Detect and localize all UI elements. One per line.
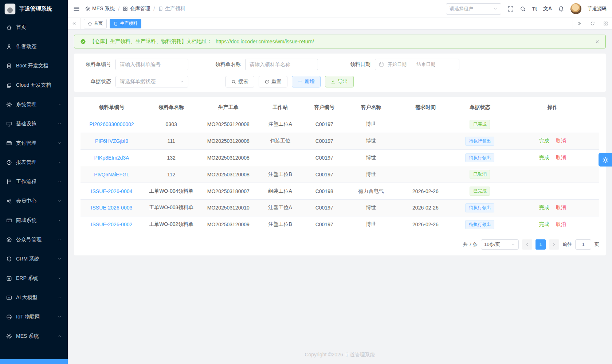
sidebar-item-label: 报表管理 xyxy=(16,159,36,166)
date-range-picker[interactable]: 开始日期 – 结束日期 xyxy=(375,59,459,70)
cancel-action-link[interactable]: 取消 xyxy=(556,138,566,144)
close-icon[interactable] xyxy=(595,39,600,44)
settings-button[interactable] xyxy=(599,153,612,167)
chevron-down-icon xyxy=(58,218,62,222)
table-row: PIvQ6NaiEFGL112MO202503120008注塑工位BC00197… xyxy=(81,166,599,183)
column-header: 领料单编号 xyxy=(81,99,143,116)
copyright: Copyright ©2026 芋道管理系统 xyxy=(68,352,612,358)
issue-code-link[interactable]: PIKp8EIm2d3A xyxy=(94,155,129,161)
sidebar-item-mp[interactable]: 公众号管理 xyxy=(0,230,68,249)
page-size-select[interactable]: 10条/页 xyxy=(481,239,519,250)
sidebar-item-pay[interactable]: 支付管理 xyxy=(0,133,68,153)
cell-work_order: MO202503120008 xyxy=(200,133,257,149)
refresh-icon[interactable] xyxy=(586,18,599,29)
sidebar-item-ai[interactable]: AIAI 大模型 xyxy=(0,288,68,307)
cell-customer_code: C00197 xyxy=(303,116,345,133)
cancel-action-link[interactable]: 取消 xyxy=(556,204,566,210)
status-badge: 已取消 xyxy=(470,170,490,179)
font-size-icon[interactable]: Tt xyxy=(532,6,537,12)
fullscreen-icon[interactable] xyxy=(507,6,514,12)
tab-home[interactable]: 首页 xyxy=(84,19,107,28)
tab-production-issue[interactable]: 生产领料 xyxy=(110,19,141,28)
cell-name: 132 xyxy=(143,149,200,166)
column-header: 单据状态 xyxy=(454,99,506,116)
sidebar-item-member[interactable]: 会员中心 xyxy=(0,191,68,211)
search-icon[interactable] xyxy=(520,6,526,12)
status-label: 单据状态 xyxy=(81,78,111,85)
tenant-select[interactable]: 请选择租户 xyxy=(446,3,501,15)
chevron-down-icon xyxy=(58,122,62,126)
complete-action-link[interactable]: 完成 xyxy=(539,204,549,210)
app-logo[interactable]: 芋道管理系统 xyxy=(0,0,68,17)
cell-actions: 完成取消 xyxy=(506,199,599,216)
doc-link[interactable]: https://doc.iocoder.cn/mes/wm/issue-retu… xyxy=(216,39,314,44)
issue-code-link[interactable]: PIF6HVZGjbf9 xyxy=(95,138,128,144)
issue-code-input[interactable] xyxy=(115,59,188,70)
bell-icon[interactable] xyxy=(558,6,564,12)
sidebar-active-submenu-peek[interactable] xyxy=(0,359,68,364)
prev-page-button[interactable] xyxy=(522,239,532,250)
issue-code-link[interactable]: ISSUE-2026-0002 xyxy=(91,222,133,227)
sidebar-item-home[interactable]: 首页 xyxy=(0,17,68,37)
translate-icon[interactable]: 文A xyxy=(543,5,552,12)
export-button[interactable]: 导出 xyxy=(325,76,354,87)
cell-demand_time: 2026-02-26 xyxy=(397,183,454,200)
complete-action-link[interactable]: 完成 xyxy=(539,138,549,144)
start-date-placeholder: 开始日期 xyxy=(388,61,407,68)
issue-code-link[interactable]: PI20260330000002 xyxy=(89,121,134,127)
goto-page-input[interactable] xyxy=(575,239,591,250)
tabs-scroll-left-icon[interactable] xyxy=(68,18,81,29)
sidebar-item-label: 首页 xyxy=(16,24,26,31)
cell-name: 工单WO-003领料单 xyxy=(143,199,200,216)
cell-demand_time xyxy=(397,166,454,183)
home-icon xyxy=(88,21,92,26)
cell-actions xyxy=(506,183,599,200)
sidebar-item-cloud-doc[interactable]: Cloud 开发文档 xyxy=(0,75,68,95)
grid-menu-icon[interactable] xyxy=(599,18,612,29)
sidebar-item-label: 系统管理 xyxy=(16,101,36,108)
issue-code-link[interactable]: PIvQ6NaiEFGL xyxy=(94,172,129,177)
sidebar-item-report[interactable]: 报表管理 xyxy=(0,153,68,172)
reset-button[interactable]: 重置 xyxy=(259,76,287,87)
cancel-action-link[interactable]: 取消 xyxy=(556,221,566,227)
next-page-button[interactable] xyxy=(549,239,559,250)
search-button[interactable]: 搜索 xyxy=(225,76,254,87)
sidebar-item-workflow[interactable]: 工作流程 xyxy=(0,172,68,191)
add-button[interactable]: 新增 xyxy=(292,76,321,87)
status-select[interactable]: 请选择单据状态 xyxy=(115,76,188,87)
cell-demand_time xyxy=(397,149,454,166)
issue-code-link[interactable]: ISSUE-2026-0003 xyxy=(91,205,133,211)
sidebar-item-system[interactable]: 系统管理 xyxy=(0,95,68,114)
username[interactable]: 芋道源码 xyxy=(588,5,607,12)
chevron-down-icon xyxy=(58,257,62,261)
breadcrumb-item[interactable]: 仓库管理 xyxy=(123,5,150,12)
sidebar-item-iot[interactable]: IoT 物联网 xyxy=(0,307,68,326)
cell-work_order: MO202503120008 xyxy=(200,149,257,166)
breadcrumb-separator: / xyxy=(153,6,155,12)
sidebar: 芋道管理系统 首页作者动态Boot 开发文档Cloud 开发文档系统管理基础设施… xyxy=(0,0,68,364)
table-panel: 领料单编号领料单名称生产工单工作站客户编号客户名称需求时间单据状态操作 PI20… xyxy=(74,97,606,255)
sidebar-item-erp[interactable]: EERP 系统 xyxy=(0,269,68,288)
sidebar-item-author[interactable]: 作者动态 xyxy=(0,37,68,56)
issue-code-link[interactable]: ISSUE-2026-0004 xyxy=(91,188,133,194)
complete-action-link[interactable]: 完成 xyxy=(539,154,549,160)
sidebar-item-crm[interactable]: CRM 系统 xyxy=(0,249,68,269)
complete-action-link[interactable]: 完成 xyxy=(539,221,549,227)
sidebar-item-boot-doc[interactable]: Boot 开发文档 xyxy=(0,56,68,75)
table-row: ISSUE-2026-0003工单WO-003领料单MO202503120010… xyxy=(81,199,599,216)
svg-text:AI: AI xyxy=(8,297,10,299)
page-number-button[interactable]: 1 xyxy=(536,239,546,250)
avatar[interactable] xyxy=(570,3,581,14)
tabs-scroll-right-icon[interactable] xyxy=(573,18,586,29)
issue-name-input[interactable] xyxy=(245,59,318,70)
gear-icon xyxy=(6,333,12,339)
sidebar-item-infra[interactable]: 基础设施 xyxy=(0,114,68,133)
breadcrumb-item[interactable]: MES 系统 xyxy=(85,5,115,12)
page-size-value: 10条/页 xyxy=(484,241,500,248)
sidebar-item-mes[interactable]: MES 系统 xyxy=(0,326,68,346)
sidebar-item-mall[interactable]: 商城系统 xyxy=(0,211,68,230)
cancel-action-link[interactable]: 取消 xyxy=(556,154,566,160)
chevron-down-icon xyxy=(58,238,62,242)
compass-icon xyxy=(6,237,12,243)
hamburger-icon[interactable] xyxy=(73,5,80,12)
